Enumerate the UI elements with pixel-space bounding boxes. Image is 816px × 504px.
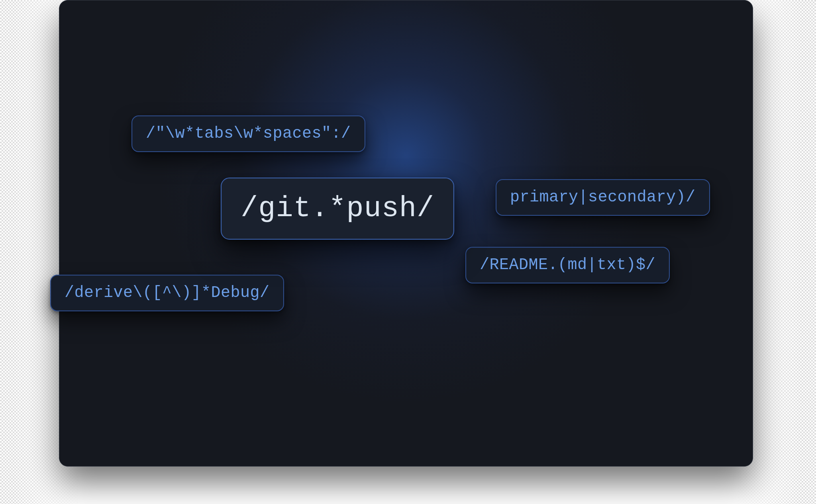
regex-chip-primary-secondary: primary|secondary)/ <box>496 179 710 216</box>
regex-chip-tabs-spaces: /"\w*tabs\w*spaces":/ <box>131 115 365 152</box>
regex-chip-git-push: /git.*push/ <box>221 178 454 240</box>
stage: /"\w*tabs\w*spaces":/ primary|secondary)… <box>0 0 816 504</box>
regex-chip-readme: /README.(md|txt)$/ <box>465 247 670 283</box>
regex-chip-derive-debug: /derive\([^\)]*Debug/ <box>50 275 284 311</box>
